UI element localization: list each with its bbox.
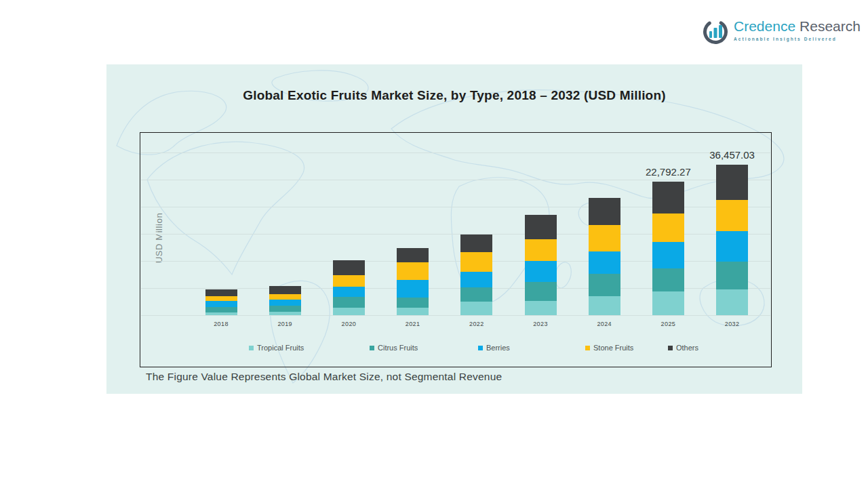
bar-2025 xyxy=(652,182,684,315)
slide: CredenceResearch Actionable Insights Del… xyxy=(0,0,868,488)
legend-label: Stone Fruits xyxy=(593,344,633,352)
legend-label: Others xyxy=(676,344,698,352)
gridline xyxy=(141,152,770,153)
legend-label: Tropical Fruits xyxy=(257,344,304,352)
bar-segment-tropical-fruits xyxy=(269,312,301,315)
legend-item-berries: Berries xyxy=(478,344,510,352)
bar-segment-citrus-fruits xyxy=(589,274,620,296)
bar-segment-tropical-fruits xyxy=(589,296,620,315)
chart-panel: Global Exotic Fruits Market Size, by Typ… xyxy=(106,64,802,394)
legend-label: Citrus Fruits xyxy=(378,344,418,352)
x-tick-2018: 2018 xyxy=(201,321,241,327)
bar-segment-berries xyxy=(652,242,684,268)
bar-segment-others xyxy=(652,182,684,214)
gridline xyxy=(141,180,770,180)
bar-segment-berries xyxy=(205,301,237,307)
bar-segment-stone-fruits xyxy=(525,239,557,261)
bar-segment-citrus-fruits xyxy=(716,262,748,289)
gridline xyxy=(141,315,770,316)
bar-segment-stone-fruits xyxy=(205,296,237,301)
legend-swatch-icon xyxy=(478,346,483,350)
bar-segment-berries xyxy=(525,261,557,282)
bar-2018 xyxy=(205,289,237,315)
bar-segment-others xyxy=(333,260,365,275)
logo-mark-icon xyxy=(703,18,728,45)
legend-item-citrus-fruits: Citrus Fruits xyxy=(370,344,418,352)
bar-segment-stone-fruits xyxy=(716,200,748,231)
chart-title: Global Exotic Fruits Market Size, by Typ… xyxy=(106,88,802,103)
bar-segment-citrus-fruits xyxy=(333,297,365,308)
bar-segment-berries xyxy=(460,272,492,287)
x-tick-2025: 2025 xyxy=(648,321,688,327)
logo-text: CredenceResearch Actionable Insights Del… xyxy=(734,18,861,41)
plot-area: USD Million 2018201920202021202220232024… xyxy=(140,132,772,367)
bar-segment-berries xyxy=(716,231,748,262)
legend-label: Berries xyxy=(486,344,510,352)
brand-primary: Credence xyxy=(734,18,795,34)
brand-tagline: Actionable Insights Delivered xyxy=(734,37,861,41)
brand-name: CredenceResearch xyxy=(734,18,861,35)
x-tick-2023: 2023 xyxy=(520,321,561,327)
bar-segment-citrus-fruits xyxy=(269,306,301,312)
bar-segment-others xyxy=(589,198,620,225)
bar-segment-stone-fruits xyxy=(269,294,301,300)
legend-swatch-icon xyxy=(249,346,254,350)
bar-segment-tropical-fruits xyxy=(397,308,429,315)
bar-segment-tropical-fruits xyxy=(460,302,492,315)
bar-segment-others xyxy=(716,165,748,200)
x-tick-2021: 2021 xyxy=(393,321,433,327)
bar-2023 xyxy=(525,215,557,315)
bar-segment-berries xyxy=(269,300,301,306)
bar-segment-stone-fruits xyxy=(652,214,684,242)
bar-2022 xyxy=(460,235,492,315)
data-label-2032: 36,457.03 xyxy=(700,149,765,161)
bar-segment-berries xyxy=(333,287,365,297)
bar-segment-tropical-fruits xyxy=(716,289,748,315)
bar-segment-citrus-fruits xyxy=(652,268,684,291)
bar-segment-berries xyxy=(589,251,620,274)
credence-research-logo: CredenceResearch Actionable Insights Del… xyxy=(703,18,861,45)
brand-secondary: Research xyxy=(800,18,861,34)
bar-segment-stone-fruits xyxy=(460,252,492,272)
bar-segment-others xyxy=(205,289,237,296)
bar-segment-stone-fruits xyxy=(589,225,620,251)
legend-item-others: Others xyxy=(668,344,698,352)
x-tick-2019: 2019 xyxy=(264,321,305,327)
bar-segment-tropical-fruits xyxy=(652,291,684,315)
bar-segment-stone-fruits xyxy=(333,275,365,287)
x-tick-2022: 2022 xyxy=(456,321,497,327)
legend-item-tropical-fruits: Tropical Fruits xyxy=(249,344,304,352)
bar-segment-berries xyxy=(397,280,429,298)
bar-segment-citrus-fruits xyxy=(397,298,429,308)
bar-2020 xyxy=(333,260,365,315)
legend-swatch-icon xyxy=(585,346,590,350)
bar-2032 xyxy=(716,165,748,315)
y-axis-label: USD Million xyxy=(154,213,164,264)
x-tick-2032: 2032 xyxy=(712,321,753,327)
bar-2019 xyxy=(269,286,301,315)
x-tick-2020: 2020 xyxy=(328,321,369,327)
bar-segment-tropical-fruits xyxy=(333,308,365,315)
bar-segment-tropical-fruits xyxy=(525,301,557,315)
figure-caption: The Figure Value Represents Global Marke… xyxy=(146,371,502,383)
bar-2024 xyxy=(589,198,620,315)
bar-segment-others xyxy=(269,286,301,294)
x-tick-2024: 2024 xyxy=(584,321,625,327)
bar-segment-others xyxy=(397,248,429,262)
bar-segment-stone-fruits xyxy=(397,262,429,280)
bar-segment-citrus-fruits xyxy=(205,307,237,312)
data-label-2025: 22,792.27 xyxy=(635,166,701,178)
bar-segment-tropical-fruits xyxy=(205,312,237,315)
bar-segment-others xyxy=(525,215,557,239)
legend-swatch-icon xyxy=(668,346,673,350)
bar-segment-others xyxy=(460,235,492,252)
bar-segment-citrus-fruits xyxy=(525,282,557,301)
bar-2021 xyxy=(397,248,429,315)
legend-item-stone-fruits: Stone Fruits xyxy=(585,344,633,352)
legend-swatch-icon xyxy=(370,346,374,350)
bar-segment-citrus-fruits xyxy=(460,287,492,302)
